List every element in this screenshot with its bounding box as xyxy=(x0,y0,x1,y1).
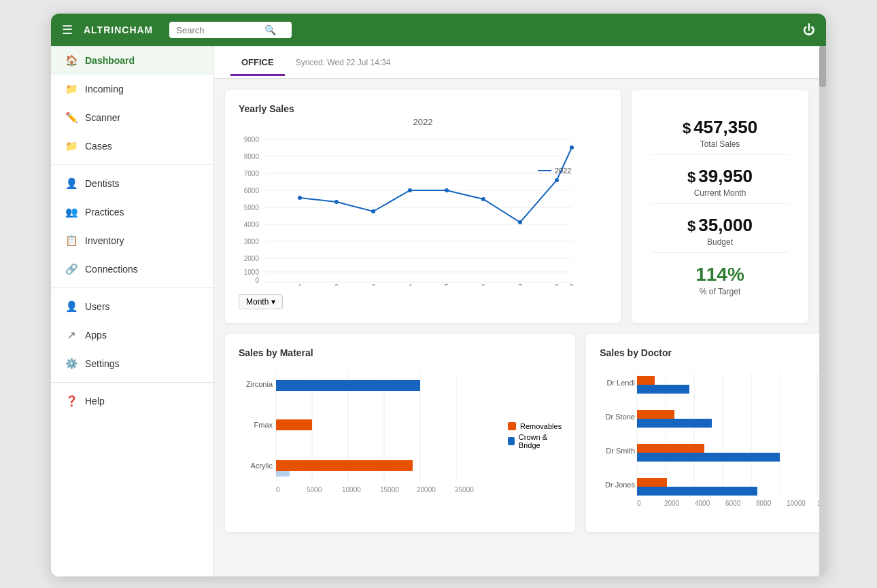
svg-text:9: 9 xyxy=(570,283,574,286)
svg-text:10000: 10000 xyxy=(342,486,361,494)
month-dropdown-icon: ▾ xyxy=(271,297,275,307)
svg-point-33 xyxy=(445,188,449,192)
removables-label: Removables xyxy=(520,422,562,430)
stat-budget-value: $35,000 xyxy=(651,215,789,236)
svg-rect-83 xyxy=(637,478,667,487)
svg-text:7000: 7000 xyxy=(244,170,260,177)
svg-text:3000: 3000 xyxy=(244,238,260,245)
sidebar-item-settings[interactable]: ⚙️ Settings xyxy=(51,349,213,378)
svg-rect-78 xyxy=(637,385,689,394)
sidebar-item-cases[interactable]: 📁 Cases xyxy=(51,132,213,160)
sidebar-divider-2 xyxy=(51,288,213,288)
sidebar-item-practices[interactable]: 👥 Practices xyxy=(51,198,213,226)
doctor-bar-chart: Dr Lendi Dr Stone Dr Smith Dr Jones 0 20… xyxy=(600,366,819,516)
tab-office-label: OFFICE xyxy=(241,57,274,67)
sales-by-doctor-panel: Sales by Doctor Dr Lendi Dr Stone Dr Smi… xyxy=(586,334,819,532)
dashboard-icon: 🏠 xyxy=(65,54,78,67)
svg-text:1: 1 xyxy=(298,283,302,286)
settings-icon: ⚙️ xyxy=(65,358,78,370)
sidebar-item-scanner[interactable]: ✏️ Scanner xyxy=(51,103,213,132)
material-legend: Removables Crown & Bridge xyxy=(508,422,562,449)
sidebar-item-help[interactable]: ❓ Help xyxy=(51,387,213,415)
svg-text:5: 5 xyxy=(445,283,449,286)
svg-text:8000: 8000 xyxy=(244,153,260,160)
svg-text:5000: 5000 xyxy=(307,486,322,494)
sales-by-material-panel: Sales by Materal Zirconia Fmax Acrylic 0 xyxy=(225,334,575,532)
bottom-row: Sales by Materal Zirconia Fmax Acrylic 0 xyxy=(225,334,808,532)
apps-icon: ↗ xyxy=(65,329,78,341)
svg-point-32 xyxy=(408,188,412,192)
top-row: Yearly Sales 2022 9000 8000 7000 6000 50… xyxy=(225,90,808,323)
sidebar-item-dentists[interactable]: 👤 Dentists xyxy=(51,169,213,198)
material-legend-removables: Removables xyxy=(508,422,562,430)
crown-bridge-color xyxy=(508,437,515,445)
sidebar-item-incoming[interactable]: 📁 Incoming xyxy=(51,75,213,103)
chart-year: 2022 xyxy=(239,117,607,127)
sidebar-item-inventory[interactable]: 📋 Inventory xyxy=(51,226,213,255)
svg-text:5000: 5000 xyxy=(244,204,260,211)
stat-total-sales: $457,350 Total Sales xyxy=(651,111,789,155)
svg-text:Fmax: Fmax xyxy=(254,421,273,429)
cases-icon: 📁 xyxy=(65,140,78,152)
incoming-icon: 📁 xyxy=(65,83,78,95)
stat-current-month-label: Current Month xyxy=(651,188,789,198)
svg-text:0: 0 xyxy=(276,486,280,494)
dashboard-panels: Yearly Sales 2022 9000 8000 7000 6000 50… xyxy=(214,79,819,543)
tab-office[interactable]: OFFICE xyxy=(230,49,285,76)
stats-panel: $457,350 Total Sales $39,950 Current Mon… xyxy=(632,90,808,323)
stat-target-label: % of Target xyxy=(651,287,789,296)
sidebar: 🏠 Dashboard 📁 Incoming ✏️ Scanner 📁 Case… xyxy=(51,46,214,576)
sidebar-label-settings: Settings xyxy=(85,358,120,369)
sidebar-divider-1 xyxy=(51,165,213,165)
scrollbar[interactable] xyxy=(819,46,826,576)
svg-text:4: 4 xyxy=(408,283,412,286)
svg-text:15000: 15000 xyxy=(380,486,399,494)
svg-rect-84 xyxy=(637,487,757,496)
power-icon[interactable]: ⏻ xyxy=(803,23,815,37)
svg-text:Dr Jones: Dr Jones xyxy=(605,481,636,489)
svg-text:Dr Smith: Dr Smith xyxy=(606,447,635,455)
svg-text:2000: 2000 xyxy=(244,255,260,262)
svg-point-31 xyxy=(371,209,375,213)
svg-rect-80 xyxy=(637,419,712,428)
svg-rect-81 xyxy=(637,444,704,453)
svg-point-34 xyxy=(481,197,485,201)
svg-point-29 xyxy=(298,196,302,200)
svg-point-30 xyxy=(334,200,339,204)
scanner-icon: ✏️ xyxy=(65,111,78,124)
month-button[interactable]: Month ▾ xyxy=(239,294,283,309)
sidebar-label-inventory: Inventory xyxy=(85,235,124,246)
menu-icon[interactable]: ☰ xyxy=(62,22,73,37)
scrollbar-thumb[interactable] xyxy=(819,46,826,87)
app-title: ALTRINCHAM xyxy=(84,24,153,35)
sidebar-item-apps[interactable]: ↗ Apps xyxy=(51,321,213,349)
svg-text:2: 2 xyxy=(334,283,339,286)
search-box: 🔍 xyxy=(169,22,292,38)
sidebar-item-users[interactable]: 👤 Users xyxy=(51,292,213,321)
svg-point-37 xyxy=(570,145,574,150)
sidebar-label-cases: Cases xyxy=(85,141,112,152)
tab-synced-text: Synced: Wed 22 Jul 14:34 xyxy=(296,58,391,67)
svg-point-35 xyxy=(518,220,522,224)
stat-total-sales-value: $457,350 xyxy=(651,117,789,138)
material-legend-crown: Crown & Bridge xyxy=(508,433,562,449)
search-icon: 🔍 xyxy=(264,24,276,35)
svg-text:2022: 2022 xyxy=(555,167,571,175)
svg-point-36 xyxy=(555,178,559,182)
svg-text:6: 6 xyxy=(481,283,485,286)
topbar: ☰ ALTRINCHAM 🔍 ⏻ xyxy=(51,14,826,46)
svg-text:6000: 6000 xyxy=(244,187,260,194)
stat-budget-label: Budget xyxy=(651,237,789,247)
search-input[interactable] xyxy=(176,25,264,35)
yearly-sales-title: Yearly Sales xyxy=(239,103,607,114)
sidebar-item-dashboard[interactable]: 🏠 Dashboard xyxy=(51,46,213,75)
help-icon: ❓ xyxy=(65,395,78,407)
svg-text:Dr Lendi: Dr Lendi xyxy=(607,379,636,387)
sidebar-label-dentists: Dentists xyxy=(85,178,120,189)
svg-text:2000: 2000 xyxy=(664,500,680,507)
svg-rect-77 xyxy=(637,376,655,385)
sidebar-item-connections[interactable]: 🔗 Connections xyxy=(51,255,213,283)
line-chart-container: 9000 8000 7000 6000 5000 4000 3000 2000 … xyxy=(239,130,607,289)
svg-text:4000: 4000 xyxy=(695,500,710,507)
svg-text:6000: 6000 xyxy=(725,500,741,507)
